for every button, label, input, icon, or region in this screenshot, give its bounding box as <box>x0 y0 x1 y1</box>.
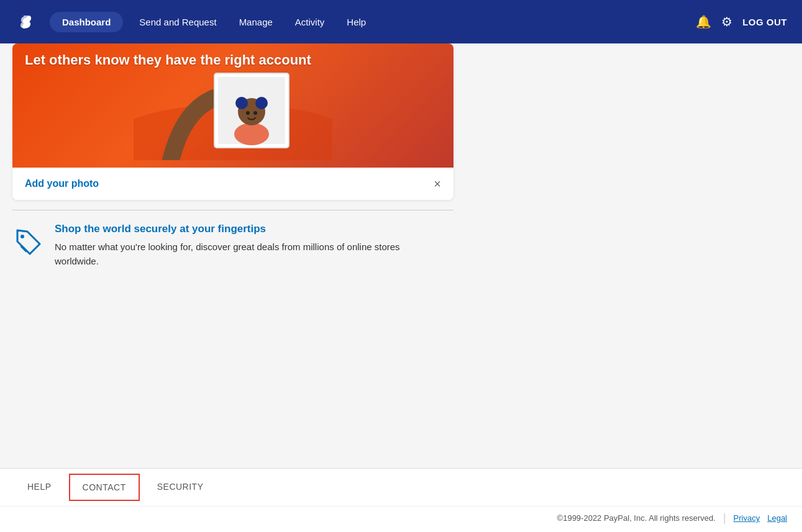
main-content: Let others know they have the right acco… <box>0 43 802 268</box>
logout-button[interactable]: LOG OUT <box>742 17 787 27</box>
nav-manage[interactable]: Manage <box>228 12 284 32</box>
notifications-icon[interactable]: 🔔 <box>696 14 711 29</box>
svg-point-8 <box>246 111 250 115</box>
svg-point-6 <box>235 97 248 109</box>
footer-security-tab[interactable]: SECURITY <box>142 469 219 505</box>
footer-tabs: HELP CONTACT SECURITY <box>0 469 802 506</box>
promo-title: Let others know they have the right acco… <box>12 43 453 77</box>
svg-point-10 <box>21 235 24 238</box>
footer-help-tab[interactable]: HELP <box>12 469 66 505</box>
shop-body: No matter what you're looking for, disco… <box>55 240 429 268</box>
nav-send-request[interactable]: Send and Request <box>128 12 227 32</box>
paypal-logo[interactable] <box>15 9 40 34</box>
settings-icon[interactable]: ⚙ <box>721 14 732 29</box>
shop-text-block: Shop the world securely at your fingerti… <box>55 223 429 268</box>
footer-privacy-link[interactable]: Privacy <box>734 513 760 523</box>
shop-section: Shop the world securely at your fingerti… <box>0 210 441 268</box>
footer-bottom: ©1999-2022 PayPal, Inc. All rights reser… <box>0 506 802 532</box>
tag-icon <box>12 225 45 258</box>
add-photo-link[interactable]: Add your photo <box>25 178 99 189</box>
promo-card: Let others know they have the right acco… <box>12 43 453 200</box>
nav-right-group: 🔔 ⚙ LOG OUT <box>696 14 787 29</box>
navbar: Dashboard Send and Request Manage Activi… <box>0 0 802 43</box>
page-footer: HELP CONTACT SECURITY ©1999-2022 PayPal,… <box>0 468 802 532</box>
promo-footer: Add your photo × <box>12 168 453 200</box>
footer-legal-link[interactable]: Legal <box>767 513 787 523</box>
nav-activity[interactable]: Activity <box>284 12 336 32</box>
footer-contact-tab[interactable]: CONTACT <box>69 474 140 501</box>
promo-image-area: Let others know they have the right acco… <box>12 43 453 168</box>
svg-point-7 <box>255 97 268 109</box>
footer-divider: | <box>723 512 726 525</box>
footer-copyright: ©1999-2022 PayPal, Inc. All rights reser… <box>557 513 716 523</box>
svg-point-4 <box>234 123 269 145</box>
nav-dashboard[interactable]: Dashboard <box>50 12 123 32</box>
shop-heading: Shop the world securely at your fingerti… <box>55 223 429 235</box>
promo-close-button[interactable]: × <box>434 178 441 190</box>
nav-help[interactable]: Help <box>335 12 377 32</box>
svg-point-9 <box>253 111 257 115</box>
